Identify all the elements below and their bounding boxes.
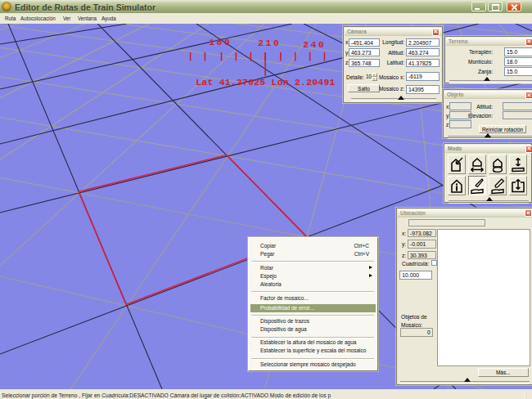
svg-text:210: 210	[258, 38, 281, 48]
svg-text:Lat 41.37025 Lon 2.20491: Lat 41.37025 Lon 2.20491	[196, 77, 335, 87]
svg-text:180: 180	[209, 37, 232, 47]
svg-text:240: 240	[303, 39, 326, 50]
